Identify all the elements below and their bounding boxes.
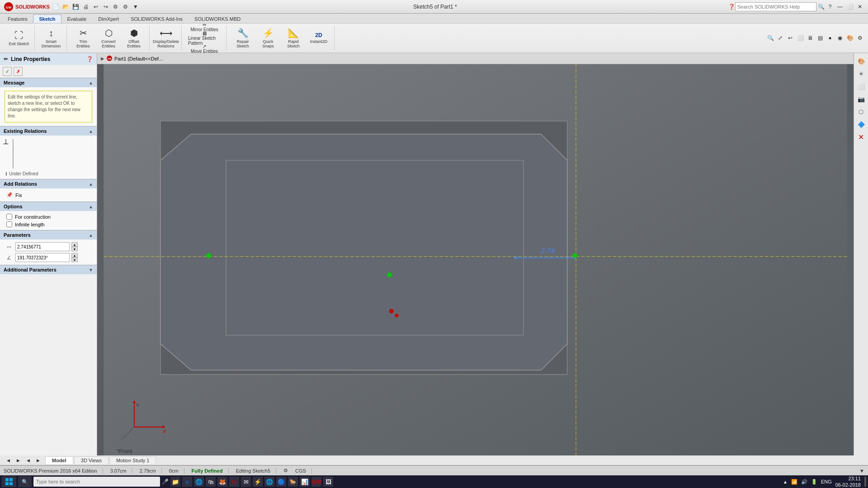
param-angle-up[interactable]: ▲ (71, 253, 78, 258)
tray-icon-1[interactable]: ▲ (783, 479, 788, 484)
print-btn[interactable]: 🖨 (81, 2, 90, 11)
instant2d-btn[interactable]: 2D Instant2D (307, 26, 330, 50)
restore-btn[interactable]: ⬜ (845, 2, 854, 11)
view-tool-10[interactable]: ⚙ (855, 33, 864, 42)
open-btn[interactable]: 📂 (61, 2, 71, 11)
undo-btn[interactable]: ↩ (91, 2, 100, 11)
minimize-btn[interactable]: — (835, 2, 844, 11)
rt-camera-btn[interactable]: 📷 (855, 93, 867, 105)
for-construction-checkbox[interactable] (6, 214, 12, 220)
rebuild-btn[interactable]: ⚙ (111, 2, 120, 11)
taskbar-photos[interactable]: 🖼 (323, 477, 333, 487)
search-input[interactable] (735, 2, 816, 11)
cancel-btn[interactable]: ✗ (14, 67, 23, 76)
start-btn[interactable] (2, 476, 16, 487)
taskbar-ie[interactable]: 🌐 (194, 477, 204, 487)
3d-views-tab[interactable]: 3D Views (74, 456, 108, 464)
tab-features[interactable]: Features (2, 14, 33, 23)
view-tool-4[interactable]: ⬜ (796, 33, 805, 42)
smart-dimension-btn[interactable]: ↕ Smart Dimension (39, 26, 63, 50)
param-angle-input[interactable] (15, 253, 70, 262)
view-tool-1[interactable]: 🔍 (766, 33, 775, 42)
taskbar-app1[interactable]: ⚡ (253, 477, 263, 487)
taskbar-app5[interactable]: SW (311, 477, 321, 487)
view-tool-6[interactable]: ▤ (816, 33, 825, 42)
tab-sketch[interactable]: Sketch (33, 14, 61, 23)
infinite-length-checkbox[interactable] (6, 221, 12, 227)
param-length-input[interactable] (15, 242, 70, 251)
fix-relation-item[interactable]: 📌 Fix (3, 190, 94, 200)
view-tool-2[interactable]: ⤢ (776, 33, 785, 42)
rapid-sketch-btn[interactable]: 📐 Rapid Sketch (282, 26, 305, 50)
tab-evaluate[interactable]: Evaluate (61, 14, 93, 23)
view-tool-5[interactable]: 🖥 (806, 33, 815, 42)
expand-qa-btn[interactable]: ▼ (131, 2, 140, 11)
options-header[interactable]: Options ▲ (0, 202, 97, 211)
tab-arrow-right[interactable]: ▶ (14, 456, 23, 465)
tab-arrow-left[interactable]: ◀ (4, 456, 13, 465)
taskbar-explorer[interactable]: 📁 (170, 477, 180, 487)
show-desktop-btn[interactable] (864, 477, 866, 487)
repair-sketch-btn[interactable]: 🔧 Repair Sketch (231, 26, 255, 50)
view-tool-9[interactable]: 🎨 (845, 33, 854, 42)
rt-appearance-btn[interactable]: 🎨 (855, 55, 867, 67)
move-entities-btn[interactable]: ↗ Move Entities (186, 43, 222, 54)
search-btn[interactable]: 🔍 (816, 2, 826, 11)
view-tool-7[interactable]: ● (826, 33, 835, 42)
taskbar-mail[interactable]: ✉ (241, 477, 251, 487)
rt-close-btn[interactable]: ✕ (858, 133, 864, 141)
display-delete-relations-btn[interactable]: ⟷ Display/Delete Relations (154, 26, 178, 50)
save-btn[interactable]: 💾 (71, 2, 80, 11)
exit-sketch-btn[interactable]: ⛶ Exit Sketch (7, 26, 31, 50)
status-icon-1[interactable]: ⚙ (283, 468, 288, 474)
status-icon-2[interactable]: ▼ (859, 468, 864, 474)
tray-battery[interactable]: 🔋 (811, 479, 817, 485)
tab-arrow-left2[interactable]: ◀ (24, 456, 33, 465)
param-length-up[interactable]: ▲ (71, 242, 78, 247)
tab-addins[interactable]: SOLIDWORKS Add-Ins (125, 14, 189, 23)
rt-decal-btn[interactable]: ⬜ (855, 80, 867, 92)
taskbar-netflix[interactable]: N (229, 477, 239, 487)
help-win-btn[interactable]: ? (826, 2, 835, 11)
message-section-header[interactable]: Message ▲ (0, 78, 97, 87)
taskbar-search-input[interactable] (33, 477, 160, 487)
mic-icon[interactable]: 🎤 (162, 479, 169, 485)
trim-entities-btn[interactable]: ✂ Trim Entities (71, 26, 95, 50)
rt-3dview-btn[interactable]: 🔷 (855, 118, 867, 130)
add-relations-header[interactable]: Add Relations ▲ (0, 179, 97, 188)
redo-btn[interactable]: ↪ (101, 2, 110, 11)
taskbar-store[interactable]: 🛍 (206, 477, 216, 487)
param-length-down[interactable]: ▼ (71, 247, 78, 251)
taskbar-app2[interactable]: 🔵 (276, 477, 286, 487)
offset-entities-btn[interactable]: ⬢ Offset Entities (122, 26, 146, 50)
convert-entities-btn[interactable]: ⬡ Convert Entities (97, 26, 120, 50)
tab-arrow-right2[interactable]: ▶ (33, 456, 42, 465)
rt-section-btn[interactable]: ⬡ (855, 106, 867, 117)
linear-pattern-btn[interactable]: ▦ Linear Sketch Pattern (186, 33, 222, 43)
taskbar-firefox[interactable]: 🦊 (217, 477, 227, 487)
model-tab[interactable]: Model (45, 456, 73, 464)
view-tool-8[interactable]: ◉ (835, 33, 844, 42)
tree-expand-btn[interactable]: ▶ (101, 56, 104, 61)
tray-network[interactable]: 📶 (791, 479, 797, 485)
view-tool-3[interactable]: ↩ (786, 33, 795, 42)
options-btn[interactable]: ⚙ (121, 2, 130, 11)
tray-lang[interactable]: ENG (821, 479, 832, 484)
parameters-header[interactable]: Parameters ▲ (0, 230, 97, 239)
new-btn[interactable]: 📄 (52, 2, 61, 11)
quick-snaps-btn[interactable]: ⚡ Quick Snaps (256, 26, 280, 50)
additional-parameters-header[interactable]: Additional Parameters ▼ (0, 265, 97, 274)
panel-help-icon[interactable]: ❓ (86, 56, 93, 62)
taskbar-edge[interactable]: e (182, 477, 192, 487)
taskbar-app4[interactable]: 📊 (300, 477, 310, 487)
viewport[interactable]: ▶ SW Part1 (Default<<Def... (97, 53, 854, 455)
taskbar-app3[interactable]: 🐎 (288, 477, 298, 487)
search-btn-taskbar[interactable]: 🔍 (18, 476, 32, 487)
taskbar-chrome[interactable]: 🌐 (264, 477, 274, 487)
close-btn[interactable]: ✕ (855, 2, 864, 11)
existing-relations-header[interactable]: Existing Relations ▲ (0, 126, 97, 136)
ok-btn[interactable]: ✓ (3, 67, 12, 76)
param-angle-down[interactable]: ▼ (71, 258, 78, 262)
motion-study-tab[interactable]: Motion Study 1 (109, 456, 156, 464)
tab-dimxpert[interactable]: DimXpert (92, 14, 125, 23)
